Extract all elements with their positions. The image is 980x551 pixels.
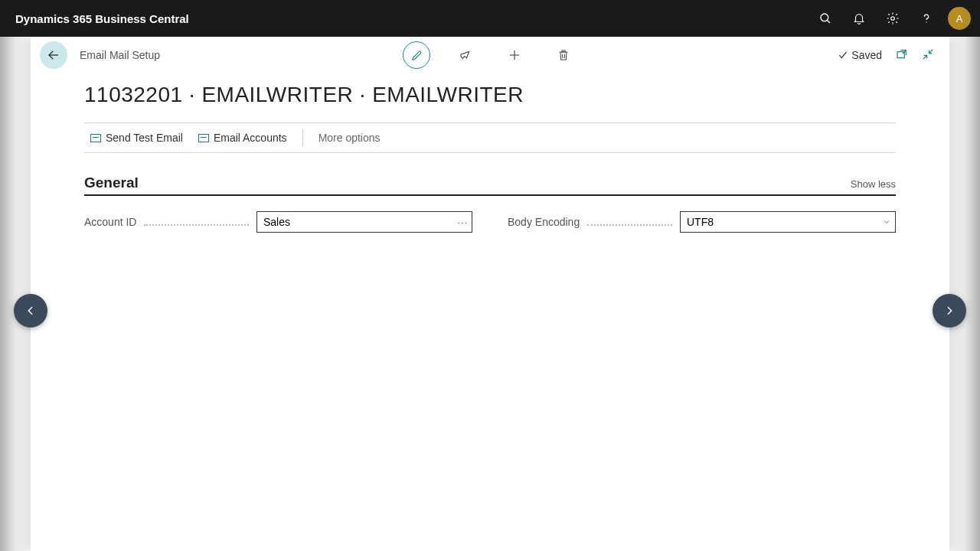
gear-icon[interactable]	[876, 0, 910, 37]
mail-icon	[90, 134, 101, 142]
body-encoding-input[interactable]	[680, 211, 896, 233]
stage: Email Mail Setup Saved	[0, 37, 980, 551]
svg-point-0	[821, 14, 828, 21]
mail-icon	[198, 134, 209, 142]
next-record-button[interactable]	[933, 294, 966, 328]
svg-point-3	[926, 21, 926, 22]
divider	[302, 129, 303, 146]
svg-point-2	[891, 17, 895, 21]
svg-line-11	[929, 50, 933, 54]
breadcrumb: Email Mail Setup	[80, 49, 160, 61]
right-actions: Saved	[838, 48, 934, 63]
card: Email Mail Setup Saved	[31, 37, 949, 551]
help-icon[interactable]	[910, 0, 943, 37]
dots	[587, 218, 672, 226]
edit-button[interactable]	[403, 41, 430, 69]
svg-line-1	[827, 20, 830, 23]
back-button[interactable]	[40, 41, 67, 69]
bell-icon[interactable]	[842, 0, 876, 37]
new-button[interactable]	[501, 41, 528, 69]
app-title: Dynamics 365 Business Central	[15, 12, 189, 25]
popout-icon[interactable]	[896, 48, 908, 63]
saved-indicator: Saved	[838, 49, 882, 61]
more-options-action[interactable]: More options	[318, 132, 381, 144]
show-less-link[interactable]: Show less	[851, 178, 896, 190]
page-title: 11032201 · EMAILWRITER · EMAILWRITER	[31, 73, 949, 113]
share-button[interactable]	[452, 41, 479, 69]
svg-line-10	[923, 55, 927, 59]
section-title: General	[84, 174, 139, 191]
account-id-input[interactable]	[256, 211, 472, 233]
saved-label: Saved	[851, 49, 882, 61]
account-id-label: Account ID	[84, 216, 136, 228]
topbar: Dynamics 365 Business Central A	[0, 0, 980, 37]
collapse-icon[interactable]	[922, 48, 934, 63]
dots	[144, 218, 249, 226]
section-general: General Show less Account ID ··· Body En…	[84, 174, 896, 233]
body-encoding-label: Body Encoding	[508, 216, 580, 228]
prev-record-button[interactable]	[14, 294, 47, 328]
email-accounts-label: Email Accounts	[214, 132, 287, 144]
send-test-label: Send Test Email	[106, 132, 183, 144]
send-test-email-action[interactable]: Send Test Email	[90, 132, 183, 144]
delete-button[interactable]	[550, 41, 577, 69]
email-accounts-action[interactable]: Email Accounts	[198, 132, 287, 144]
action-bar: Send Test Email Email Accounts More opti…	[84, 122, 896, 153]
search-icon[interactable]	[808, 0, 842, 37]
card-header: Email Mail Setup Saved	[31, 37, 949, 73]
avatar[interactable]: A	[948, 7, 971, 30]
center-actions	[403, 41, 577, 69]
